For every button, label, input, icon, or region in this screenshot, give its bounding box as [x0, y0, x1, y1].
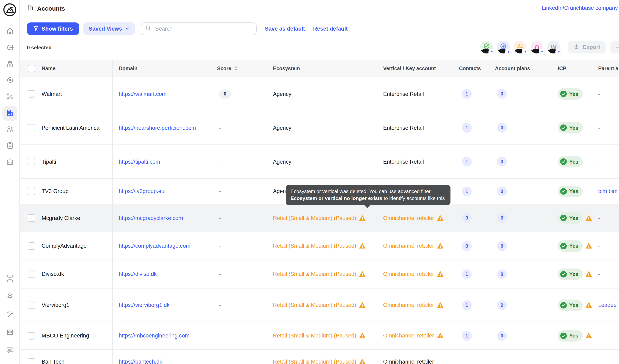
sidebar-item-feedback[interactable]	[2, 344, 17, 358]
score-value: -	[219, 158, 221, 165]
sidebar-item-automation[interactable]	[2, 308, 17, 322]
chevron-down-icon	[125, 26, 129, 32]
icp-yes-badge: Yes	[558, 240, 583, 252]
row-checkbox[interactable]	[28, 158, 35, 165]
parent-account-value: -	[598, 243, 600, 249]
domain-link[interactable]: https://mbcoengineering.com	[119, 333, 190, 339]
account-plans-count-chip: 0	[497, 241, 507, 251]
w-agent-button[interactable]: W ✦	[547, 41, 560, 54]
table-header-row: NameDomainScoreEcosystemVertical / Key a…	[20, 60, 619, 77]
table-row[interactable]: MBCO Engineeringhttps://mbcoengineering.…	[20, 322, 619, 350]
row-checkbox[interactable]	[28, 90, 35, 98]
domain-link[interactable]: https://tv3group.eu	[119, 188, 164, 194]
row-checkbox[interactable]	[28, 242, 35, 250]
export-button[interactable]: Export	[568, 41, 606, 54]
vertical-value: Enterprise Retail	[383, 91, 424, 97]
domain-link[interactable]: https://nearshore.perficient.com	[119, 125, 196, 131]
green-check-icon	[560, 302, 567, 308]
domain-link[interactable]: https://walmart.com	[119, 91, 167, 97]
plus-circle-agent-button[interactable]: ✦	[497, 41, 510, 54]
show-filters-button[interactable]: Show filters	[27, 22, 79, 35]
row-checkbox[interactable]	[28, 301, 35, 309]
domain-link[interactable]: https://bantech.dk	[119, 359, 162, 364]
account-name: Diviso.dk	[42, 271, 64, 277]
sparkle-badge-icon: ✦	[522, 49, 528, 55]
sidebar-item-ai[interactable]	[2, 41, 17, 56]
saved-views-button[interactable]: Saved Views	[83, 22, 135, 35]
sidebar-item-ecosystem[interactable]	[2, 73, 17, 88]
sidebar-item-docs[interactable]	[2, 326, 17, 340]
save-as-default-link[interactable]: Save as default	[265, 26, 305, 32]
icp-yes-badge: Yes	[558, 122, 583, 133]
column-header: Parent a	[598, 66, 619, 71]
sidebar-item-home[interactable]	[2, 25, 17, 39]
sidebar-item-reports[interactable]	[2, 155, 17, 170]
check-circle-agent-button[interactable]: ✦	[480, 41, 493, 54]
row-checkbox[interactable]	[28, 124, 35, 131]
table-row[interactable]: ComplyAdvantagehttps://complyadvantage.c…	[20, 232, 619, 260]
green-check-icon	[560, 91, 567, 97]
book-icon	[5, 328, 14, 338]
icp-yes-badge: Yes	[558, 212, 583, 224]
parent-account-link[interactable]: bim bim	[598, 188, 618, 194]
green-check-icon	[560, 215, 567, 221]
sidebar-item-contacts[interactable]	[2, 122, 17, 137]
sort-icon[interactable]	[233, 66, 238, 71]
sidebar-item-tasks[interactable]	[2, 139, 17, 154]
sidebar	[0, 0, 20, 364]
green-check-icon	[560, 125, 567, 131]
table-row[interactable]: Vierviborg1https://vierviborg1.dk-Retail…	[20, 289, 619, 322]
more-actions-button[interactable]: ⋯	[610, 41, 619, 54]
mountain-peak-logo-icon[interactable]	[3, 3, 17, 17]
table-row[interactable]: Diviso.dkhttps://diviso.dk-Retail (Small…	[20, 260, 619, 289]
domain-link[interactable]: https://vierviborg1.dk	[119, 302, 169, 308]
row-checkbox[interactable]	[28, 214, 35, 222]
linkedin-crunchbase-link[interactable]: LinkedIn/Crunchbase company	[542, 5, 618, 11]
row-checkbox[interactable]	[28, 358, 35, 364]
score-value: -	[219, 125, 221, 131]
search-box[interactable]	[141, 22, 257, 35]
domain-link[interactable]: https://diviso.dk	[119, 271, 157, 277]
sidebar-item-accounts[interactable]	[2, 106, 17, 121]
row-checkbox[interactable]	[28, 332, 35, 339]
account-plans-count-chip: 0	[497, 157, 507, 167]
row-checkbox[interactable]	[28, 187, 35, 195]
account-name: Vierviborg1	[42, 302, 69, 308]
select-all-checkbox[interactable]	[28, 65, 35, 72]
tooltip-caret	[364, 205, 370, 208]
account-name: Ban Tech	[42, 359, 64, 364]
strategy-icon	[5, 92, 14, 102]
reset-default-link[interactable]: Reset default	[313, 26, 348, 32]
accounts-table: NameDomainScoreEcosystemVertical / Key a…	[20, 60, 619, 364]
table-row[interactable]: Ban Techhttps://bantech.dk-Retail (Small…	[20, 350, 619, 364]
parent-account-link[interactable]: Leadee	[598, 302, 617, 308]
search-input[interactable]	[154, 25, 252, 32]
sidebar-item-partners[interactable]	[2, 57, 17, 72]
domain-link[interactable]: https://mcgradyclarke.com	[119, 215, 183, 221]
home-icon	[5, 27, 14, 37]
chat-bubble-icon	[5, 346, 14, 356]
ecosystem-value: Retail (Small & Medium) (Paused)	[273, 302, 356, 308]
checklist-agent-button[interactable]: ✦	[514, 41, 526, 54]
sidebar-item-strategy[interactable]	[2, 90, 17, 104]
account-plans-count-chip: 0	[497, 213, 507, 223]
parent-account-value: -	[598, 215, 600, 221]
account-name: Walmart	[42, 91, 62, 97]
sidebar-item-integrations[interactable]	[2, 272, 17, 286]
ecosystem-value: Retail (Small & Medium) (Paused)	[273, 359, 356, 364]
domain-link[interactable]: https://complyadvantage.com	[119, 243, 190, 249]
row-checkbox[interactable]	[28, 270, 35, 278]
column-header: Domain	[119, 66, 138, 71]
table-row[interactable]: Mcgrady Clarkehttps://mcgradyclarke.com-…	[20, 204, 619, 232]
table-row[interactable]: Perficient Latin Americahttps://nearshor…	[20, 111, 619, 145]
domain-link[interactable]: https://tipalti.com	[119, 158, 160, 165]
ecosystem-value: Retail (Small & Medium) (Paused)	[273, 271, 356, 277]
vertical-value: Omnichannel retailer	[383, 333, 434, 339]
sidebar-item-settings[interactable]	[2, 290, 17, 304]
table-row[interactable]: Tipaltihttps://tipalti.com-AgencyEnterpr…	[20, 145, 619, 179]
gear-icon	[5, 292, 14, 302]
q-agent-button[interactable]: Q ✦	[531, 41, 543, 54]
table-row[interactable]: Walmarthttps://walmart.com0AgencyEnterpr…	[20, 77, 619, 111]
warning-icon	[437, 243, 443, 249]
account-plans-count-chip: 2	[497, 300, 507, 310]
